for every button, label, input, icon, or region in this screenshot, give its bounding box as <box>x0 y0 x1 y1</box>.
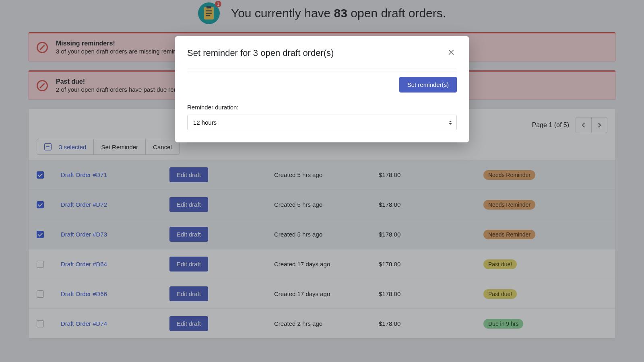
close-button[interactable] <box>446 47 457 59</box>
duration-label: Reminder duration: <box>187 104 457 111</box>
duration-select[interactable]: 12 hours <box>187 115 457 130</box>
set-reminder-modal: Set reminder for 3 open draft order(s) S… <box>175 36 469 142</box>
modal-title: Set reminder for 3 open draft order(s) <box>187 48 334 58</box>
set-reminders-submit-button[interactable]: Set reminder(s) <box>399 77 457 93</box>
close-icon <box>447 48 455 56</box>
